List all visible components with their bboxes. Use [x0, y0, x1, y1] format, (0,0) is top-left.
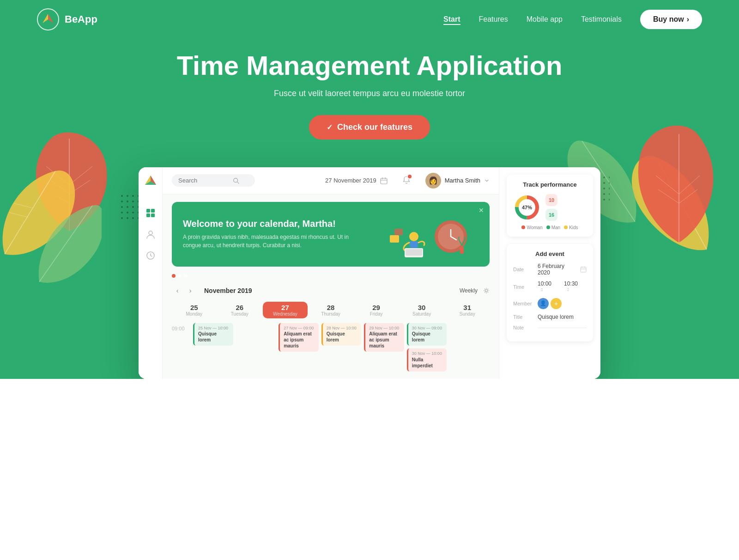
- leaf-red-right-icon: [628, 120, 721, 250]
- ae-title-label: Title: [513, 314, 534, 320]
- chevron-down-icon: [484, 178, 490, 183]
- svg-rect-50: [394, 229, 403, 235]
- svg-rect-56: [581, 267, 586, 272]
- event-card[interactable]: 29 Nov — 10:00 Aliquam erat ac ipsum mau…: [364, 323, 404, 352]
- cal-day-26: 26 Tuesday: [218, 302, 262, 318]
- app-right-panel: Track performance 47%: [499, 167, 600, 379]
- svg-rect-29: [146, 209, 150, 213]
- dot-1: [172, 274, 176, 278]
- legend-men: Man: [546, 225, 560, 230]
- cal-day-25: 25 Monday: [172, 302, 217, 318]
- track-performance-title: Track performance: [513, 181, 587, 188]
- ae-time-label: Time: [513, 284, 534, 290]
- events-col-6: 30 Nov — 09:00 Quisque lorem 30 Nov — 10…: [407, 323, 447, 371]
- hero-title: Time Management Application: [177, 51, 563, 80]
- welcome-illustration: [368, 211, 479, 257]
- ae-date-label: Date: [513, 267, 534, 272]
- app-preview: 27 November 2019: [139, 167, 600, 379]
- user-name: Martha Smith: [445, 177, 480, 184]
- navbar: BeApp Start Features Mobile app Testimon…: [0, 0, 739, 39]
- svg-rect-47: [406, 249, 422, 256]
- app-topbar: 27 November 2019: [163, 167, 499, 195]
- cal-day-27: 27 Wednesday: [263, 302, 308, 318]
- events-col-1: 25 Nov — 10:00 Quisque lorem: [193, 323, 233, 371]
- ae-note-label: Note: [513, 325, 534, 330]
- brand-name: BeApp: [65, 13, 97, 25]
- ae-time-stepper1[interactable]: [539, 287, 544, 292]
- calendar-days-header: 25 Monday 26 Tuesday 27 Wednesday 28: [172, 302, 490, 318]
- ae-time-to: 10:30: [564, 280, 587, 293]
- welcome-banner: Welcome to your calendar, Martha! A proi…: [172, 202, 490, 267]
- nav-testimonials[interactable]: Testimonials: [581, 15, 622, 24]
- performance-legend: Woman Man Kids: [513, 225, 587, 230]
- grid-icon[interactable]: [145, 208, 156, 218]
- svg-point-33: [149, 231, 152, 235]
- calendar-navigation: ‹ ›: [172, 285, 196, 296]
- cal-prev-button[interactable]: ‹: [172, 285, 183, 296]
- event-card[interactable]: 28 Nov — 10:00 Quisque lorem: [321, 323, 362, 346]
- time-label: 09:00: [172, 323, 190, 331]
- user-avatar: 👩: [425, 173, 441, 189]
- event-card[interactable]: 27 Nov — 09:00 Aliquam erat ac ipsum mau…: [279, 323, 319, 352]
- logo[interactable]: [37, 8, 59, 30]
- search-box[interactable]: [172, 174, 255, 187]
- search-input[interactable]: [178, 177, 229, 184]
- track-performance-card: Track performance 47%: [507, 175, 593, 237]
- ae-note-row: Note: [513, 325, 587, 330]
- events-col-2: [236, 323, 276, 371]
- check-features-button[interactable]: ✓ Check our features: [309, 115, 430, 140]
- ae-title-row: Title Quisque lorem: [513, 314, 587, 320]
- calendar-header: ‹ › November 2019 Weekly: [172, 285, 490, 296]
- calendar-events-grid: 25 Nov — 10:00 Quisque lorem 27 Nov — 09…: [193, 323, 490, 371]
- ae-time-stepper2[interactable]: [566, 287, 570, 292]
- event-card[interactable]: 25 Nov — 10:00 Quisque lorem: [193, 323, 233, 346]
- app-window: 27 November 2019: [139, 167, 600, 379]
- event-card[interactable]: 30 Nov — 10:00 Nulla imperdiet: [407, 348, 447, 371]
- svg-line-36: [237, 182, 239, 183]
- notification-bell[interactable]: [402, 176, 411, 186]
- event-card[interactable]: 30 Nov — 09:00 Quisque lorem: [407, 323, 447, 346]
- dot-3: [184, 274, 188, 278]
- calendar-settings-icon[interactable]: [483, 287, 490, 294]
- performance-chart: 47% 10 16: [513, 194, 587, 221]
- events-col-3: 27 Nov — 09:00 Aliquam erat ac ipsum mau…: [279, 323, 319, 371]
- performance-numbers: 10 16: [545, 194, 557, 221]
- svg-rect-49: [390, 235, 399, 243]
- cal-day-28: 28 Thursday: [309, 302, 353, 318]
- events-col-7: [449, 323, 490, 371]
- welcome-close-button[interactable]: ✕: [479, 207, 484, 214]
- ae-time-from: 10:00: [538, 280, 560, 293]
- perf-num-kids: 16: [545, 209, 557, 221]
- hero-section: Time Management Application Fusce ut vel…: [0, 0, 739, 379]
- notification-badge: [407, 174, 412, 179]
- ae-date-value: 6 February 2020: [538, 263, 576, 276]
- nav-start[interactable]: Start: [443, 15, 460, 24]
- user-icon[interactable]: [145, 229, 156, 239]
- cal-day-30: 30 Saturday: [400, 302, 444, 318]
- ae-note-value[interactable]: [538, 327, 587, 328]
- member-avatar-2: +: [551, 298, 562, 309]
- ae-calendar-icon[interactable]: [580, 266, 587, 273]
- svg-rect-30: [151, 209, 155, 213]
- dot-2: [178, 274, 182, 278]
- topbar-user[interactable]: 👩 Martha Smith: [425, 173, 490, 189]
- legend-women: Woman: [521, 225, 542, 230]
- nav-mobile[interactable]: Mobile app: [527, 15, 563, 24]
- member-avatar-1: 👤: [538, 298, 549, 309]
- svg-rect-37: [381, 178, 387, 184]
- svg-rect-31: [146, 213, 150, 217]
- legend-kids: Kids: [564, 225, 578, 230]
- calendar-month: November 2019: [204, 287, 252, 294]
- nav-features[interactable]: Features: [479, 15, 508, 24]
- ae-title-value: Quisque lorem: [538, 314, 587, 320]
- clock-icon[interactable]: [145, 250, 156, 261]
- svg-rect-32: [151, 213, 155, 217]
- perf-num-women: 10: [545, 194, 557, 206]
- events-col-5: 29 Nov — 10:00 Aliquam erat ac ipsum mau…: [364, 323, 404, 371]
- calendar-area: ‹ › November 2019 Weekly 25: [163, 280, 499, 379]
- calendar-events-row: 09:00 25 Nov — 10:00 Quisque lorem: [172, 323, 490, 371]
- cal-next-button[interactable]: ›: [185, 285, 196, 296]
- buy-now-button[interactable]: Buy now ›: [640, 10, 702, 29]
- donut-chart: 47%: [513, 194, 541, 221]
- cal-day-31: 31 Sunday: [445, 302, 490, 318]
